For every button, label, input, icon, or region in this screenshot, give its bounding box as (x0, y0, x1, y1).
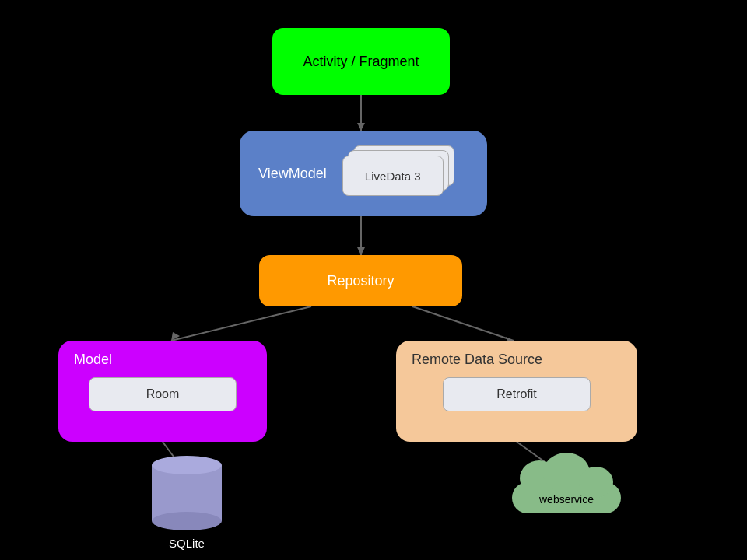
repository-node: Repository (259, 255, 462, 306)
svg-marker-3 (357, 247, 365, 255)
livedata-card-front: LiveData 3 (342, 156, 444, 196)
architecture-diagram: Activity / Fragment ViewModel LiveData 3… (0, 0, 747, 560)
room-label: Room (146, 387, 180, 401)
retrofit-label: Retrofit (496, 387, 537, 401)
sqlite-cylinder (152, 465, 222, 521)
sqlite-label: SQLite (169, 537, 205, 550)
sqlite-node: SQLite (152, 465, 222, 550)
viewmodel-node: ViewModel LiveData 3 (240, 131, 487, 216)
remote-label: Remote Data Source (412, 352, 542, 368)
activity-fragment-label: Activity / Fragment (303, 54, 419, 70)
room-card: Room (89, 377, 237, 411)
svg-line-4 (171, 306, 311, 341)
cylinder-bottom (152, 512, 222, 530)
retrofit-card: Retrofit (443, 377, 591, 411)
model-node: Model Room (58, 341, 267, 442)
livedata-stack: LiveData 3 (342, 145, 451, 201)
model-label: Model (74, 352, 112, 368)
svg-marker-5 (171, 332, 180, 341)
activity-fragment-node: Activity / Fragment (272, 28, 450, 95)
repository-label: Repository (327, 273, 394, 289)
svg-line-6 (412, 306, 514, 341)
cloud-shape: webservice (504, 467, 629, 513)
remote-data-source-node: Remote Data Source Retrofit (396, 341, 637, 442)
livedata-label: LiveData 3 (365, 170, 421, 183)
svg-marker-1 (357, 123, 365, 131)
viewmodel-label: ViewModel (258, 166, 327, 182)
cylinder-top (152, 456, 222, 474)
webservice-node: webservice (504, 467, 629, 513)
webservice-label: webservice (504, 493, 629, 506)
